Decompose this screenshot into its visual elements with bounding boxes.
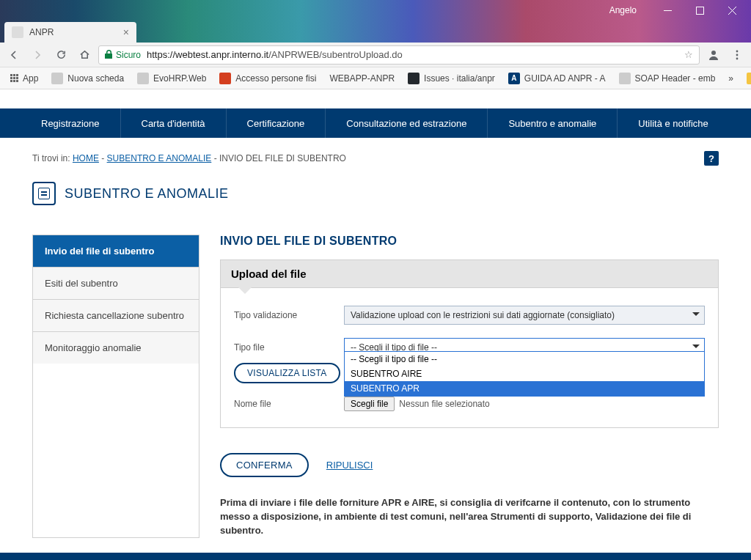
- nav-reload-button[interactable]: [51, 45, 70, 65]
- main-nav: Registrazione Carta d'identità Certifica…: [0, 108, 751, 138]
- nav-home-button[interactable]: [75, 45, 94, 65]
- panel-title: Upload del file: [221, 260, 718, 288]
- breadcrumb-prefix: Ti trovi in:: [32, 153, 73, 163]
- tab-favicon: [12, 26, 23, 38]
- confirm-button[interactable]: CONFERMA: [220, 453, 309, 477]
- nav-item-consultazione[interactable]: Consultazione ed estrazione: [325, 108, 487, 138]
- bookmark-label: SOAP Header - emb: [635, 73, 716, 84]
- window-titlebar: Angelo: [0, 0, 751, 21]
- tipo-validazione-label: Tipo validazione: [234, 310, 344, 320]
- tab-close-icon[interactable]: ×: [123, 26, 129, 38]
- svg-point-5: [736, 50, 739, 52]
- folder-icon: [747, 73, 751, 84]
- tipo-file-option[interactable]: -- Scegli il tipo di file --: [345, 352, 704, 366]
- menu-icon[interactable]: [728, 45, 747, 65]
- chevron-down-icon: [692, 312, 700, 316]
- browser-tab[interactable]: ANPR ×: [4, 22, 136, 43]
- profile-icon[interactable]: [704, 45, 723, 65]
- secure-indicator: Sicuro: [105, 50, 141, 60]
- section-title: SUBENTRO E ANOMALIE: [65, 186, 229, 202]
- bookmark-label: WEBAPP-ANPR: [329, 73, 395, 84]
- breadcrumb-current: INVIO DEL FILE DI SUBENTRO: [219, 153, 346, 163]
- side-menu: Invio del file di subentro Esiti del sub…: [32, 235, 199, 538]
- bookmark-item[interactable]: AGUIDA AD ANPR - A: [502, 70, 612, 87]
- sidemenu-item-monitoraggio[interactable]: Monitoraggio anomalie: [33, 331, 199, 364]
- breadcrumb-section[interactable]: SUBENTRO E ANOMALIE: [107, 153, 212, 163]
- nav-item-subentro[interactable]: Subentro e anomalie: [487, 108, 617, 138]
- address-path: /ANPRWEB/subentroUpload.do: [268, 49, 403, 60]
- svg-rect-1: [696, 7, 703, 14]
- window-maximize-button[interactable]: [684, 0, 716, 21]
- address-host: https://webtest.anpr.interno.it: [147, 49, 268, 60]
- bookmark-item[interactable]: Issues · italia/anpr: [402, 70, 501, 87]
- browser-toolbar: Sicuro https://webtest.anpr.interno.it/A…: [0, 43, 751, 67]
- footer-bar: [0, 553, 751, 560]
- tipo-file-option[interactable]: SUBENTRO AIRE: [345, 366, 704, 381]
- bookmark-item[interactable]: EvoHRP.Web: [131, 70, 212, 87]
- nav-item-registrazione[interactable]: Registrazione: [21, 108, 120, 138]
- nav-item-certificazione[interactable]: Certificazione: [226, 108, 326, 138]
- bookmark-label: Accesso persone fisi: [235, 73, 316, 84]
- browser-tab-strip: ANPR ×: [0, 21, 751, 43]
- nav-item-carta-identita[interactable]: Carta d'identità: [120, 108, 226, 138]
- chevron-down-icon: [692, 345, 700, 348]
- bookmark-label: Nuova scheda: [67, 73, 124, 84]
- bookmark-overflow[interactable]: »: [722, 70, 739, 87]
- section-icon: [32, 182, 56, 205]
- bookmark-star-icon[interactable]: ☆: [684, 49, 693, 60]
- other-bookmarks[interactable]: Altri Preferiti: [741, 70, 751, 87]
- bookmark-favicon: [619, 73, 631, 84]
- apps-icon: [10, 74, 18, 82]
- window-user: Angelo: [609, 5, 637, 15]
- tipo-validazione-select[interactable]: Validazione upload con le restrizioni su…: [344, 306, 705, 325]
- svg-point-6: [736, 54, 739, 56]
- reset-link[interactable]: RIPULISCI: [326, 460, 373, 471]
- window-minimize-button[interactable]: [651, 0, 684, 21]
- bookmark-favicon: [137, 73, 149, 84]
- window-close-button[interactable]: [716, 0, 748, 21]
- svg-point-7: [736, 57, 739, 59]
- bookmark-label: App: [23, 73, 38, 84]
- choose-file-button[interactable]: Scegli file: [344, 397, 395, 411]
- sidemenu-item-invio[interactable]: Invio del file di subentro: [33, 235, 199, 267]
- tab-title: ANPR: [29, 27, 54, 37]
- sidemenu-item-richiesta[interactable]: Richiesta cancellazione subentro: [33, 299, 199, 331]
- nav-item-utilita[interactable]: Utilità e notifiche: [617, 108, 728, 138]
- nav-forward-button[interactable]: [28, 45, 47, 65]
- bookmark-item[interactable]: Accesso persone fisi: [213, 70, 322, 87]
- help-button[interactable]: ?: [704, 151, 719, 166]
- address-bar[interactable]: Sicuro https://webtest.anpr.interno.it/A…: [98, 45, 700, 65]
- breadcrumb: Ti trovi in: HOME - SUBENTRO E ANOMALIE …: [32, 153, 346, 163]
- bookmark-label: Issues · italia/anpr: [424, 73, 495, 84]
- sidemenu-item-esiti[interactable]: Esiti del subentro: [33, 267, 199, 299]
- lock-icon: [105, 50, 113, 59]
- page-content: Registrazione Carta d'identità Certifica…: [0, 89, 751, 560]
- bookmark-favicon: [51, 73, 63, 84]
- bookmark-label: EvoHRP.Web: [153, 73, 206, 84]
- bookmark-favicon: [408, 73, 420, 84]
- tipo-file-option[interactable]: SUBENTRO APR: [345, 381, 704, 396]
- breadcrumb-home[interactable]: HOME: [73, 153, 99, 163]
- secure-label: Sicuro: [116, 50, 141, 60]
- info-note: Prima di inviare i file delle forniture …: [220, 496, 719, 538]
- bookmark-label: GUIDA AD ANPR - A: [524, 73, 606, 84]
- svg-point-4: [711, 51, 716, 55]
- apps-button[interactable]: App: [4, 70, 44, 87]
- nav-back-button[interactable]: [4, 45, 23, 65]
- bookmark-item[interactable]: SOAP Header - emb: [613, 70, 722, 87]
- nome-file-label: Nome file: [234, 399, 344, 409]
- bookmarks-bar: App Nuova scheda EvoHRP.Web Accesso pers…: [0, 67, 751, 89]
- main-heading: INVIO DEL FILE DI SUBENTRO: [220, 235, 719, 248]
- upload-panel: Upload del file Tipo validazione Validaz…: [220, 259, 719, 428]
- bookmark-favicon: [219, 73, 231, 84]
- file-selected-text: Nessun file selezionato: [399, 399, 489, 409]
- bookmark-item[interactable]: Nuova scheda: [45, 70, 130, 87]
- visualizza-lista-button[interactable]: VISUALIZZA LISTA: [234, 363, 340, 383]
- tipo-validazione-value: Validazione upload con le restrizioni su…: [351, 310, 615, 320]
- tipo-file-dropdown: -- Scegli il tipo di file -- SUBENTRO AI…: [344, 351, 705, 397]
- tipo-file-label: Tipo file: [234, 342, 344, 353]
- bookmark-favicon: A: [508, 73, 520, 84]
- bookmark-item[interactable]: WEBAPP-ANPR: [323, 70, 400, 87]
